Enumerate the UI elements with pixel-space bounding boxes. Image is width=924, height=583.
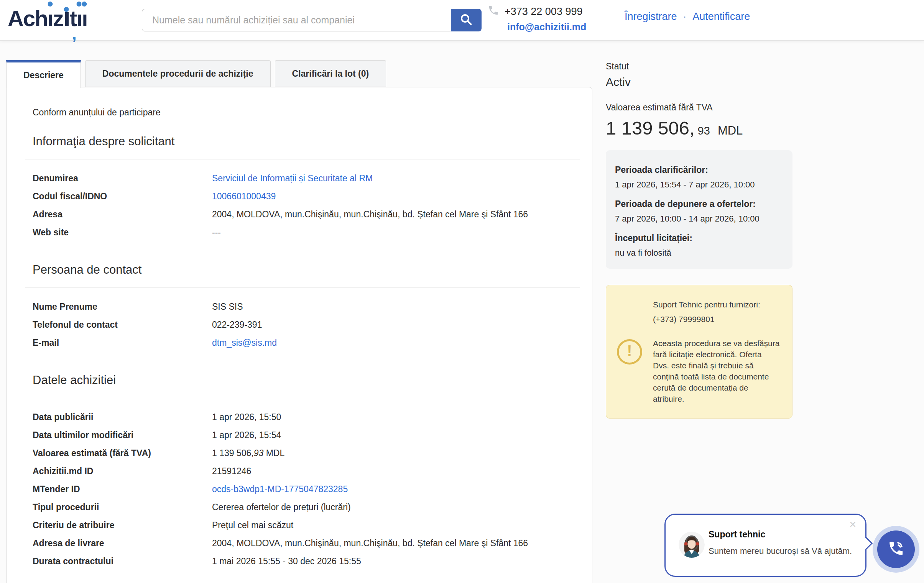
register-link[interactable]: Înregistrare: [625, 11, 677, 23]
row-label: E-mail: [33, 337, 212, 349]
period-text: 1 apr 2026, 15:54 - 7 apr 2026, 10:00: [615, 179, 785, 191]
row-label: Adresa: [33, 209, 212, 221]
divider: [25, 398, 580, 398]
award-criteria-value: Preţul cel mai scăzut: [212, 519, 293, 531]
buyer-name-link[interactable]: Serviciul de Informații și Securitate al…: [212, 173, 373, 184]
section-title-contact: Persoana de contact: [33, 263, 566, 277]
tab-clarificari-la-lot[interactable]: Clarificări la lot (0): [275, 60, 386, 87]
support-chat-bubble[interactable]: Suport tehnic Suntem mereu bucuroși să V…: [665, 514, 866, 577]
value-currency: MDL: [718, 124, 742, 138]
support-agent-avatar: [679, 532, 705, 558]
row-label: MTender ID: [33, 483, 212, 495]
estimated-value-label: Valoarea estimată fără TVA: [606, 102, 792, 113]
section-title-datele: Datele achizitiei: [33, 373, 566, 387]
chat-message: Suntem mereu bucuroși să Vă ajutăm.: [708, 546, 852, 556]
chat-title: Suport tehnic: [708, 529, 765, 540]
header-contact: +373 22 003 999 info@achizitii.md: [488, 5, 586, 33]
procedure-type-value: Cererea ofertelor de prețuri (lucrări): [212, 501, 351, 513]
table-row: Data ultimilor modificări 1 apr 2026, 15…: [33, 429, 566, 441]
period-text: 7 apr 2026, 10:00 - 14 apr 2026, 10:00: [615, 213, 785, 225]
tab-descriere[interactable]: Descriere: [6, 60, 81, 88]
mtender-id-link[interactable]: ocds-b3wdp1-MD-1775047823285: [212, 483, 348, 495]
header-email-link[interactable]: info@achizitii.md: [507, 21, 586, 33]
table-row: Telefonul de contact 022-239-391: [33, 319, 566, 331]
row-label: Criteriu de atribuire: [33, 519, 212, 531]
table-row: Codul fiscal/IDNO 1006601000439: [33, 191, 566, 203]
table-row: Denumirea Serviciul de Informații și Sec…: [33, 173, 566, 184]
contact-email-link[interactable]: dtm_sis@sis.md: [212, 337, 277, 349]
idno-link[interactable]: 1006601000439: [212, 191, 276, 203]
row-label: Nume Prenume: [33, 301, 212, 313]
delivery-address-value: 2004, MOLDOVA, mun.Chişinău, mun.Chişină…: [212, 537, 528, 549]
support-call-button[interactable]: [877, 530, 915, 568]
auth-links: Înregistrare · Autentificare: [625, 11, 750, 23]
status-badge: Activ: [606, 76, 792, 89]
row-label: Codul fiscal/IDNO: [33, 191, 212, 203]
period-title: Perioada clarificărilor:: [615, 165, 785, 175]
status-label: Statut: [606, 61, 792, 72]
support-notice-box: ! Suport Tehnic pentru furnizori: (+373)…: [606, 285, 792, 418]
search-button[interactable]: [451, 9, 482, 31]
sidebar: Statut Activ Valoarea estimată fără TVA …: [606, 61, 792, 418]
logo[interactable]: Achızıtıı: [8, 3, 87, 34]
periods-box: Perioada clarificărilor: 1 apr 2026, 15:…: [606, 150, 792, 269]
table-row: Achizitii.md ID 21591246: [33, 465, 566, 477]
table-row: E-mail dtm_sis@sis.md: [33, 337, 566, 349]
website-value: ---: [212, 227, 221, 239]
row-label: Durata contractului: [33, 555, 212, 567]
close-icon[interactable]: ×: [849, 519, 856, 530]
support-call-button-halo: [873, 526, 919, 573]
support-phone-label: Suport Tehnic pentru furnizori:: [653, 299, 780, 310]
phone-receiver-icon: [488, 5, 499, 19]
table-row: MTender ID ocds-b3wdp1-MD-1775047823285: [33, 483, 566, 495]
row-label: Adresa de livrare: [33, 537, 212, 549]
main-panel: Conform anunțului de participare Informa…: [6, 87, 592, 583]
row-label: Data publicării: [33, 411, 212, 423]
row-label: Data ultimilor modificări: [33, 429, 212, 441]
row-label: Achizitii.md ID: [33, 465, 212, 477]
row-label: Denumirea: [33, 173, 212, 184]
period-title: Începutul licitației:: [615, 233, 785, 244]
tab-documentele-procedurii[interactable]: Documentele procedurii de achiziție: [85, 60, 271, 87]
divider: [25, 288, 580, 288]
intro-note: Conform anunțului de participare: [33, 107, 566, 118]
contact-name-value: SIS SIS: [212, 301, 243, 313]
table-row: Valoarea estimată (fără TVA) 1 139 506,9…: [33, 447, 566, 459]
search-bar: [142, 9, 482, 31]
tab-bar: Descriere Documentele procedurii de achi…: [6, 60, 390, 88]
table-row: Durata contractului 1 mai 2026 15:55 - 3…: [33, 555, 566, 567]
header: Achızıtıı +373 22 003 999 info@achizitii…: [0, 0, 924, 41]
estimated-value-amount: 1 139 506, 93 MDL: [606, 117, 792, 139]
row-label: Telefonul de contact: [33, 319, 212, 331]
login-link[interactable]: Autentificare: [693, 11, 750, 23]
period-text: nu va fi folosită: [615, 247, 785, 259]
section-title-solicitant: Informaţia despre solicitant: [33, 135, 566, 148]
divider: [25, 159, 580, 160]
contract-duration-value: 1 mai 2026 15:55 - 30 dec 2026 15:55: [212, 555, 361, 567]
table-row: Web site ---: [33, 227, 566, 239]
logo-text: Achızıtıı: [8, 6, 87, 31]
publish-date-value: 1 apr 2026, 15:50: [212, 411, 281, 423]
row-label: Valoarea estimată (fără TVA): [33, 447, 212, 459]
phone-call-icon: [887, 539, 905, 559]
value-main: 1 139 506,: [606, 117, 695, 139]
contact-phone-value: 022-239-391: [212, 319, 262, 331]
auth-separator: ·: [683, 11, 687, 23]
search-icon: [459, 13, 473, 28]
row-label: Web site: [33, 227, 212, 239]
achizitii-id-value: 21591246: [212, 465, 251, 477]
exclamation-circle-icon: !: [617, 339, 642, 364]
support-phone-number: (+373) 79999801: [653, 313, 780, 324]
table-row: Adresa 2004, MOLDOVA, mun.Chişinău, mun.…: [33, 209, 566, 221]
search-input[interactable]: [142, 9, 451, 31]
table-row: Criteriu de atribuire Preţul cel mai scă…: [33, 519, 566, 531]
table-row: Tipul procedurii Cererea ofertelor de pr…: [33, 501, 566, 513]
header-phone-number: +373 22 003 999: [505, 6, 582, 18]
period-title: Perioada de depunere a ofertelor:: [615, 199, 785, 209]
address-value: 2004, MOLDOVA, mun.Chişinău, mun.Chişină…: [212, 209, 528, 221]
row-label: Tipul procedurii: [33, 501, 212, 513]
notice-body: Aceasta procedura se va desfășura fară l…: [653, 338, 780, 404]
estimated-value: 1 139 506,93 MDL: [212, 447, 284, 459]
table-row: Data publicării 1 apr 2026, 15:50: [33, 411, 566, 423]
modified-date-value: 1 apr 2026, 15:54: [212, 429, 281, 441]
